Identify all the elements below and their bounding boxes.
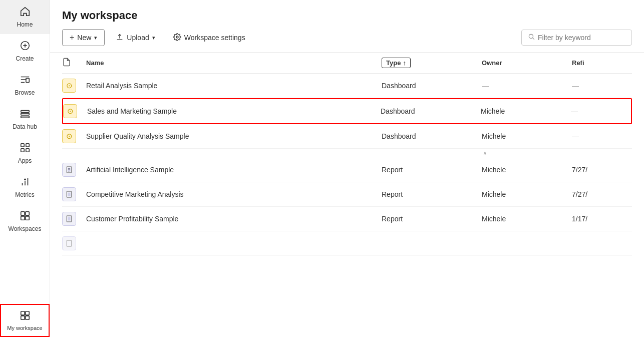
- svg-rect-6: [21, 116, 29, 118]
- content-table: Name Type ↑ Owner Refi ⊙ Retail Analysis…: [50, 53, 644, 337]
- main-content: My workspace + New ▾ Upload ▾: [50, 0, 644, 337]
- gear-icon: [173, 33, 181, 43]
- table-row[interactable]: Artificial Intelligence Sample Report Mi…: [62, 158, 632, 182]
- svg-rect-12: [21, 212, 24, 215]
- svg-rect-9: [21, 149, 24, 152]
- report-icon: [62, 212, 76, 226]
- upload-icon: [116, 33, 124, 43]
- create-icon: [20, 40, 31, 53]
- th-owner: Owner: [482, 59, 572, 67]
- row-icon: [62, 163, 86, 177]
- dashboard-icon: ⊙: [63, 104, 77, 118]
- svg-rect-17: [25, 311, 29, 315]
- svg-rect-31: [68, 193, 70, 196]
- sidebar-item-workspaces-label: Workspaces: [9, 225, 42, 232]
- svg-rect-29: [68, 168, 70, 172]
- sidebar-item-create-label: Create: [16, 55, 34, 62]
- myworkspace-icon: [20, 310, 31, 323]
- svg-rect-19: [25, 316, 29, 319]
- new-button-label: New: [77, 34, 91, 42]
- browse-icon: [20, 74, 31, 87]
- th-name: Name: [86, 59, 382, 67]
- row-refreshed: —: [572, 82, 632, 90]
- sidebar-item-home[interactable]: Home: [0, 0, 50, 34]
- row-type: Dashboard: [382, 132, 482, 140]
- sidebar-item-myworkspace[interactable]: My workspace: [0, 304, 50, 337]
- workspaces-icon: [20, 210, 31, 223]
- row-type: Dashboard: [382, 82, 482, 90]
- workspace-settings-label: Workspace settings: [184, 34, 245, 42]
- table-row[interactable]: Competitive Marketing Analysis Report Mi…: [62, 182, 632, 207]
- filter-input[interactable]: [538, 34, 625, 42]
- row-name: Sales and Marketing Sample: [87, 107, 381, 115]
- sidebar: Home Create Browse Data: [0, 0, 50, 337]
- plus-icon: +: [70, 33, 74, 42]
- upload-button[interactable]: Upload ▾: [109, 30, 162, 46]
- row-owner: Michele: [482, 190, 572, 198]
- row-name: Competitive Marketing Analysis: [86, 190, 382, 198]
- sidebar-item-home-label: Home: [17, 21, 33, 28]
- svg-rect-7: [21, 144, 24, 147]
- svg-rect-16: [21, 311, 24, 315]
- sidebar-item-metrics-label: Metrics: [15, 191, 35, 198]
- row-icon: [62, 212, 86, 226]
- table-row[interactable]: Customer Profitability Sample Report Mic…: [62, 207, 632, 231]
- row-refreshed: 7/27/: [572, 190, 632, 198]
- row-name: Retail Analysis Sample: [86, 82, 382, 90]
- row-icon: [62, 236, 86, 250]
- upload-chevron-icon: ▾: [152, 35, 155, 41]
- sidebar-item-datahub-label: Data hub: [13, 123, 37, 130]
- svg-rect-8: [26, 144, 29, 147]
- sidebar-item-datahub[interactable]: Data hub: [0, 102, 50, 136]
- table-header: Name Type ↑ Owner Refi: [62, 53, 632, 74]
- svg-rect-14: [21, 216, 24, 220]
- svg-rect-13: [25, 212, 29, 215]
- type-sort-badge[interactable]: Type ↑: [382, 58, 411, 68]
- report-icon: [62, 163, 76, 177]
- row-refreshed: —: [571, 107, 631, 115]
- filter-input-wrap[interactable]: [521, 30, 632, 46]
- upload-button-label: Upload: [127, 34, 149, 42]
- row-owner: Michele: [481, 107, 571, 115]
- sidebar-item-browse-label: Browse: [15, 89, 35, 96]
- caret-divider: ∧: [62, 149, 632, 158]
- table-row[interactable]: ⊙ Supplier Quality Analysis Sample Dashb…: [62, 124, 632, 149]
- toolbar: + New ▾ Upload ▾: [62, 29, 632, 46]
- report-icon: [62, 236, 76, 250]
- row-icon: [62, 187, 86, 201]
- svg-rect-5: [21, 113, 29, 115]
- row-type: Report: [382, 190, 482, 198]
- table-row[interactable]: ⊙ Sales and Marketing Sample Dashboard M…: [62, 98, 632, 124]
- sidebar-item-browse[interactable]: Browse: [0, 68, 50, 102]
- page-header: My workspace + New ▾ Upload ▾: [50, 0, 644, 53]
- th-type[interactable]: Type ↑: [382, 58, 482, 68]
- table-row[interactable]: ⊙ Retail Analysis Sample Dashboard — —: [62, 74, 632, 98]
- row-refreshed: 1/17/: [572, 215, 632, 223]
- table-row[interactable]: [62, 231, 632, 256]
- svg-point-11: [24, 179, 26, 181]
- svg-rect-10: [26, 149, 29, 152]
- row-owner: Michele: [482, 132, 572, 140]
- svg-rect-33: [68, 217, 70, 221]
- new-button[interactable]: + New ▾: [62, 29, 105, 46]
- apps-icon: [20, 142, 31, 155]
- svg-line-24: [533, 38, 534, 40]
- row-refreshed: 7/27/: [572, 166, 632, 174]
- sidebar-item-apps[interactable]: Apps: [0, 136, 50, 170]
- datahub-icon: [20, 108, 31, 121]
- row-owner: —: [482, 82, 572, 90]
- sidebar-myworkspace-label: My workspace: [7, 325, 42, 331]
- sidebar-item-workspaces[interactable]: Workspaces: [0, 204, 50, 238]
- th-refreshed: Refi: [572, 59, 632, 67]
- sidebar-item-metrics[interactable]: Metrics: [0, 170, 50, 204]
- svg-rect-18: [21, 316, 24, 319]
- search-icon: [528, 33, 535, 42]
- chevron-down-icon: ▾: [94, 35, 97, 41]
- svg-rect-15: [25, 216, 29, 220]
- row-type: Dashboard: [381, 107, 481, 115]
- workspace-settings-button[interactable]: Workspace settings: [166, 30, 252, 46]
- sidebar-item-create[interactable]: Create: [0, 34, 50, 68]
- row-owner: Michele: [482, 215, 572, 223]
- dashboard-icon: ⊙: [62, 79, 76, 93]
- row-icon: ⊙: [63, 104, 87, 118]
